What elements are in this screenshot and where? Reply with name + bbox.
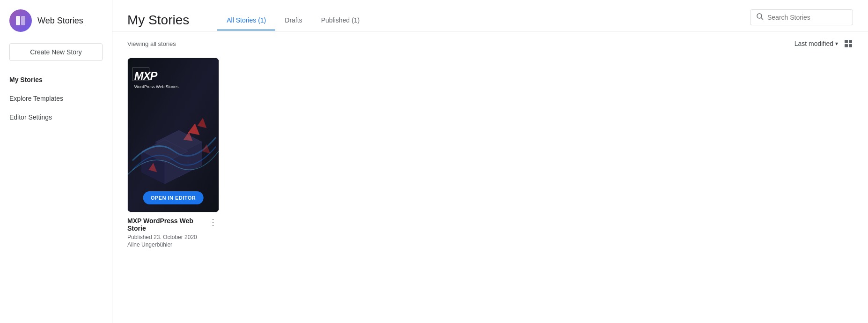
story-thumb-background: MXP WordPress Web Stories OPEN IN EDITOR <box>128 58 219 212</box>
sidebar-navigation: My Stories Explore Templates Editor Sett… <box>0 70 112 127</box>
viewing-all-stories-text: Viewing all stories <box>127 40 176 47</box>
grid-toggle-button[interactable] <box>844 39 853 48</box>
svg-text:WordPress Web Stories: WordPress Web Stories <box>134 84 179 89</box>
search-input[interactable] <box>767 14 847 21</box>
svg-rect-6 <box>845 44 848 47</box>
main-content: My Stories All Stories (1) Drafts Publis… <box>112 0 868 323</box>
story-card: MXP WordPress Web Stories OPEN IN EDITOR… <box>127 58 219 248</box>
logo-area: Web Stories <box>0 0 112 43</box>
sidebar-item-editor-settings[interactable]: Editor Settings <box>0 108 112 127</box>
header-right <box>750 9 853 31</box>
tab-all-stories[interactable]: All Stories (1) <box>217 11 275 30</box>
svg-rect-0 <box>16 16 20 25</box>
chevron-down-icon: ▾ <box>835 40 838 47</box>
story-thumb-art: MXP WordPress Web Stories <box>128 58 219 212</box>
story-date: Published 23. October 2020 <box>127 234 207 240</box>
open-in-editor-button[interactable]: OPEN IN EDITOR <box>143 191 204 204</box>
story-info: MXP WordPress Web Storie Published 23. O… <box>127 212 219 248</box>
search-icon <box>756 13 764 22</box>
page-title: My Stories <box>127 13 189 28</box>
svg-rect-7 <box>849 44 852 47</box>
content-actions: Last modified ▾ <box>794 39 853 48</box>
tab-drafts[interactable]: Drafts <box>275 11 311 30</box>
sidebar-item-explore-templates[interactable]: Explore Templates <box>0 89 112 108</box>
story-thumbnail[interactable]: MXP WordPress Web Stories OPEN IN EDITOR <box>127 58 219 212</box>
svg-text:MXP: MXP <box>134 69 158 82</box>
sort-dropdown[interactable]: Last modified ▾ <box>794 40 838 47</box>
search-box[interactable] <box>750 9 853 25</box>
content-meta: Viewing all stories Last modified ▾ <box>127 39 853 48</box>
sidebar-item-my-stories[interactable]: My Stories <box>0 70 112 89</box>
sort-label: Last modified <box>794 40 833 47</box>
main-header: My Stories All Stories (1) Drafts Publis… <box>112 0 868 31</box>
tab-published[interactable]: Published (1) <box>312 11 369 30</box>
svg-rect-1 <box>21 16 25 25</box>
story-title: MXP WordPress Web Storie <box>127 217 207 232</box>
tabs-bar: All Stories (1) Drafts Published (1) <box>217 11 731 30</box>
logo-icon <box>9 9 32 32</box>
story-details: MXP WordPress Web Storie Published 23. O… <box>127 217 207 248</box>
svg-line-3 <box>761 18 763 20</box>
create-new-story-button[interactable]: Create New Story <box>9 43 103 61</box>
story-author: Aline Ungerbühler <box>127 241 207 248</box>
app-title: Web Stories <box>37 16 83 26</box>
content-area: Viewing all stories Last modified ▾ <box>112 31 868 323</box>
svg-rect-5 <box>849 40 852 43</box>
svg-rect-4 <box>845 40 848 43</box>
stories-grid: MXP WordPress Web Stories OPEN IN EDITOR… <box>127 58 853 248</box>
sidebar: Web Stories Create New Story My Stories … <box>0 0 112 323</box>
story-menu-button[interactable]: ⋮ <box>207 217 219 227</box>
